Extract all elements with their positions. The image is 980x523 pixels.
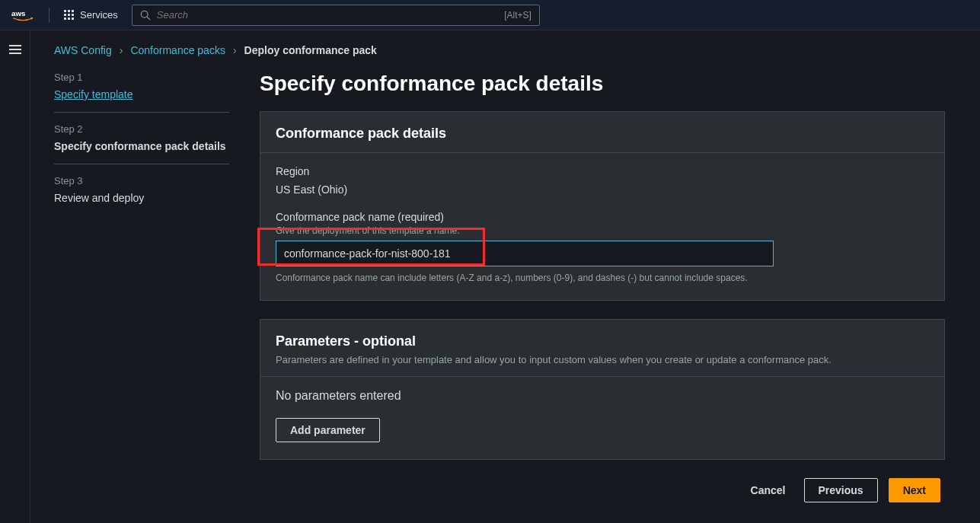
wizard-step-1-title[interactable]: Specify template <box>54 88 229 101</box>
pack-name-input[interactable] <box>276 241 774 266</box>
parameters-header: Parameters - optional <box>276 333 929 349</box>
wizard-step-3-title: Review and deploy <box>54 191 229 205</box>
svg-rect-9 <box>72 18 74 20</box>
svg-line-11 <box>147 17 150 20</box>
page-title: Specify conformance pack details <box>260 72 945 96</box>
svg-rect-8 <box>68 18 70 20</box>
wizard-step-1[interactable]: Step 1 Specify template <box>54 72 229 113</box>
grid-icon <box>63 9 75 21</box>
search-shortcut: [Alt+S] <box>504 10 531 21</box>
wizard-step-2: Step 2 Specify conformance pack details <box>54 123 229 164</box>
search-input[interactable] <box>157 9 498 21</box>
svg-text:aws: aws <box>11 8 26 17</box>
pack-name-help: Give the deployment of this template a n… <box>276 225 929 236</box>
services-label: Services <box>80 9 118 21</box>
svg-point-10 <box>141 11 148 18</box>
wizard-nav: Step 1 Specify template Step 2 Specify c… <box>54 72 229 502</box>
previous-button[interactable]: Previous <box>804 478 878 502</box>
parameters-panel: Parameters - optional Parameters are def… <box>260 319 945 460</box>
add-parameter-button[interactable]: Add parameter <box>276 418 380 442</box>
hamburger-icon[interactable] <box>8 43 22 56</box>
search-icon <box>140 10 151 21</box>
svg-rect-4 <box>64 14 66 16</box>
svg-rect-3 <box>72 10 74 12</box>
region-label: Region <box>276 165 929 177</box>
breadcrumb-current: Deploy conformance pack <box>244 44 377 56</box>
breadcrumb-aws-config[interactable]: AWS Config <box>54 44 112 56</box>
details-panel-header: Conformance pack details <box>276 126 929 142</box>
global-search[interactable]: [Alt+S] <box>132 5 540 26</box>
pack-name-constraint: Conformance pack name can include letter… <box>276 273 929 283</box>
wizard-step-2-title: Specify conformance pack details <box>54 139 229 153</box>
parameters-subtitle: Parameters are defined in your template … <box>276 354 929 365</box>
breadcrumb-conformance-packs[interactable]: Conformance packs <box>130 44 225 56</box>
pack-name-label: Conformance pack name (required) <box>276 211 929 223</box>
topbar: aws Services [Alt+S] <box>0 0 980 30</box>
next-button[interactable]: Next <box>889 478 940 502</box>
chevron-right-icon: › <box>233 44 237 56</box>
footer-actions: Cancel Previous Next <box>260 478 945 502</box>
svg-rect-5 <box>68 14 70 16</box>
svg-rect-1 <box>64 10 66 12</box>
region-value: US East (Ohio) <box>276 183 929 196</box>
svg-rect-6 <box>72 14 74 16</box>
breadcrumb: AWS Config › Conformance packs › Deploy … <box>54 30 980 72</box>
chevron-right-icon: › <box>120 44 123 56</box>
no-parameters-text: No parameters entered <box>276 389 929 403</box>
aws-logo[interactable]: aws <box>11 8 35 22</box>
cancel-button[interactable]: Cancel <box>743 484 793 496</box>
wizard-step-3[interactable]: Step 3 Review and deploy <box>54 175 229 215</box>
details-panel: Conformance pack details Region US East … <box>260 111 945 301</box>
services-menu[interactable]: Services <box>63 9 118 21</box>
svg-rect-2 <box>68 10 70 12</box>
left-rail <box>0 30 30 523</box>
svg-rect-7 <box>64 18 66 20</box>
